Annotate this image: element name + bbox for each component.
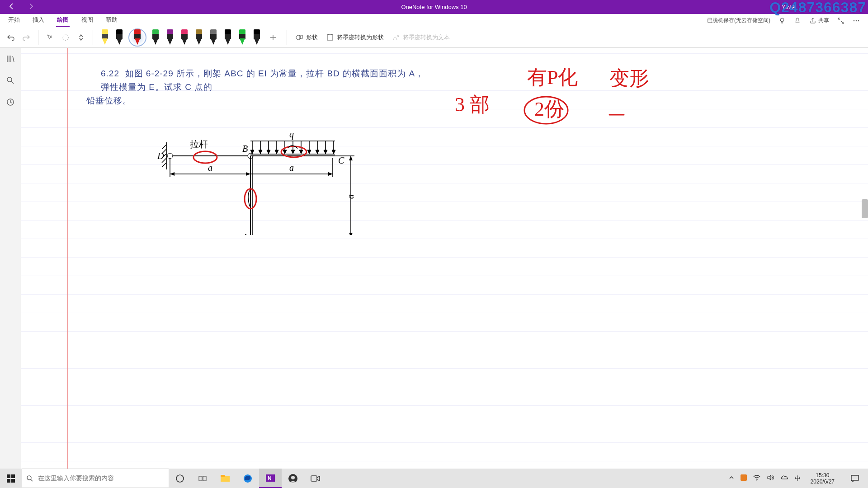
svg-point-88	[27, 476, 31, 480]
menu-bar: 开始 插入 绘图 视图 帮助 已脱机保存(无云存储空间) 共享	[0, 14, 868, 27]
svg-point-5	[63, 35, 68, 40]
svg-marker-46	[275, 150, 278, 154]
pen-olive[interactable]	[194, 29, 203, 46]
ink-text-2: 有P化	[527, 66, 578, 89]
lightbulb-icon[interactable]	[778, 17, 786, 24]
svg-rect-102	[851, 475, 859, 480]
svg-rect-93	[221, 475, 225, 477]
svg-marker-44	[267, 150, 270, 154]
pen-gray[interactable]	[209, 29, 218, 46]
ink-text-3: 2份	[534, 98, 564, 120]
add-pen-button[interactable]	[267, 30, 279, 45]
svg-point-18	[167, 153, 173, 159]
user-name[interactable]: YIN A	[782, 4, 868, 10]
pen-green[interactable]	[151, 29, 160, 46]
ink-to-shape-label: 将墨迹转换为形状	[337, 33, 384, 42]
svg-point-0	[780, 18, 784, 22]
file-explorer-icon[interactable]	[214, 469, 236, 488]
edge-icon[interactable]	[236, 469, 259, 488]
svg-text:I: I	[51, 34, 52, 38]
margin-line	[67, 48, 68, 469]
pen-black-1[interactable]	[115, 29, 124, 46]
pen-red-selected[interactable]	[129, 29, 146, 46]
ribbon-draw: I 形状 将墨迹转换为形状 a将墨迹转换为文本	[0, 27, 868, 48]
notebooks-icon[interactable]	[6, 54, 15, 65]
svg-rect-86	[7, 479, 10, 483]
svg-text:C: C	[338, 155, 344, 165]
tray-chevron-icon[interactable]	[729, 475, 734, 482]
taskbar-search[interactable]: 在这里输入你要搜索的内容	[22, 469, 169, 488]
app-avatar-icon[interactable]	[282, 469, 304, 488]
svg-point-10	[7, 77, 12, 82]
pen-highlighter-yellow[interactable]	[100, 29, 109, 46]
search-icon	[26, 475, 33, 482]
ink-to-text-label: 将墨迹转换为文本	[403, 33, 450, 42]
svg-point-1	[854, 20, 855, 21]
windows-taskbar: 在这里输入你要搜索的内容 N 中 15:30 2020/6/27	[0, 469, 868, 488]
forward-icon[interactable]	[27, 3, 34, 12]
tab-home[interactable]: 开始	[7, 14, 21, 27]
pen-black-3[interactable]	[252, 29, 261, 46]
svg-text:a: a	[208, 163, 212, 173]
lasso-tool[interactable]	[59, 30, 72, 45]
svg-point-3	[858, 20, 859, 21]
svg-line-17	[162, 163, 166, 167]
tray-app-icon[interactable]	[741, 474, 747, 482]
figure-diagram: D 拉杆 B C A q	[152, 90, 364, 235]
tab-view[interactable]: 视图	[80, 14, 94, 27]
tab-help[interactable]: 帮助	[105, 14, 118, 27]
ime-indicator[interactable]: 中	[795, 474, 801, 483]
pen-pink[interactable]	[180, 29, 189, 46]
svg-point-101	[756, 480, 757, 481]
recent-icon[interactable]	[6, 98, 15, 108]
svg-point-6	[296, 35, 301, 40]
undo-button[interactable]	[5, 30, 17, 45]
start-button[interactable]	[0, 469, 22, 488]
svg-point-2	[856, 20, 857, 21]
search-icon[interactable]	[6, 76, 15, 87]
scrollbar-thumb[interactable]	[862, 199, 868, 218]
action-center-icon[interactable]	[844, 469, 865, 488]
taskbar-clock[interactable]: 15:30 2020/6/27	[807, 472, 838, 485]
svg-rect-87	[11, 479, 15, 483]
onedrive-icon[interactable]	[780, 475, 788, 482]
svg-marker-50	[291, 150, 295, 154]
svg-rect-8	[327, 35, 333, 40]
meet-now-icon[interactable]	[304, 469, 327, 488]
insert-space-tool[interactable]	[75, 30, 87, 45]
wifi-icon[interactable]	[753, 474, 760, 482]
fullscreen-icon[interactable]	[837, 17, 844, 24]
pen-purple[interactable]	[165, 29, 175, 46]
title-bar: OneNote for Windows 10 YIN A	[0, 0, 868, 14]
text-select-tool[interactable]: I	[44, 30, 57, 45]
svg-text:拉杆: 拉杆	[190, 139, 208, 149]
redo-button[interactable]	[20, 30, 33, 45]
tab-draw[interactable]: 绘图	[56, 14, 70, 27]
cortana-icon[interactable]	[169, 469, 191, 488]
ink-text-4: 变形	[609, 67, 649, 89]
svg-marker-69	[328, 172, 333, 176]
problem-line1: 如图 6-2-29 所示，刚架 ABC 的 EI 为常量，拉杆 BD 的横截面面…	[101, 69, 424, 92]
svg-marker-56	[316, 150, 319, 154]
shapes-button[interactable]: 形状	[292, 33, 321, 42]
more-icon[interactable]	[853, 17, 860, 24]
system-tray: 中 15:30 2020/6/27	[729, 469, 868, 488]
task-view-icon[interactable]	[191, 469, 214, 488]
ink-to-shape-button[interactable]: 将墨迹转换为形状	[323, 33, 387, 42]
bell-icon[interactable]	[794, 17, 801, 24]
svg-text:B: B	[242, 144, 248, 154]
svg-rect-99	[311, 476, 317, 481]
svg-marker-54	[307, 150, 311, 154]
svg-marker-74	[349, 233, 353, 235]
svg-rect-90	[199, 476, 202, 481]
onenote-icon[interactable]: N	[259, 469, 282, 488]
pen-black-2[interactable]	[223, 29, 232, 46]
volume-icon[interactable]	[767, 474, 774, 482]
pen-green-2[interactable]	[238, 29, 247, 46]
back-icon[interactable]	[8, 3, 15, 12]
share-button[interactable]: 共享	[809, 17, 829, 24]
tab-insert[interactable]: 插入	[32, 14, 45, 27]
svg-point-79	[193, 151, 217, 163]
note-canvas[interactable]: 6.22 如图 6-2-29 所示，刚架 ABC 的 EI 为常量，拉杆 BD …	[21, 48, 868, 469]
svg-marker-60	[332, 150, 335, 154]
